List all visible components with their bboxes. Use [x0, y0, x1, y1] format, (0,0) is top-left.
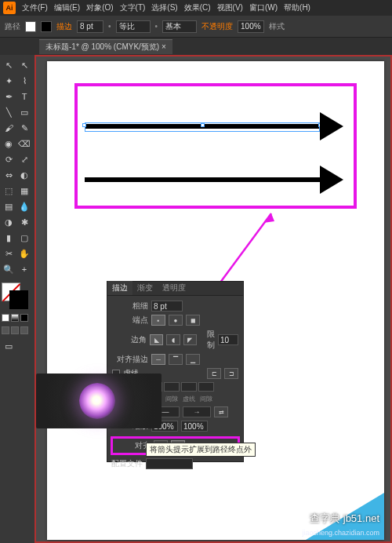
shape-builder-tool[interactable]: ⬚ [2, 184, 16, 198]
cap-label: 端点 [112, 315, 148, 326]
blend-tool[interactable]: ✱ [17, 215, 31, 229]
direct-select-tool[interactable]: ↖ [17, 58, 31, 72]
path-label: 路径 [5, 21, 20, 32]
selection-tool[interactable]: ↖ [2, 58, 16, 72]
dash-hdr-6: 间隙 [198, 395, 214, 403]
fill-stroke-swatches[interactable] [2, 282, 30, 311]
brush-tool[interactable]: 🖌 [2, 121, 16, 135]
variable-width-select[interactable] [116, 20, 151, 33]
menu-select[interactable]: 选择(S) [151, 2, 177, 13]
weight-input[interactable] [151, 301, 183, 312]
free-transform-tool[interactable]: ◐ [17, 168, 31, 182]
column-graph-tool[interactable]: ▢ [17, 231, 31, 245]
miter-limit-input[interactable] [218, 334, 238, 345]
pencil-tool[interactable]: ✎ [17, 121, 31, 135]
rotate-tool[interactable]: ⟳ [2, 152, 16, 166]
eyedropper-tool[interactable]: ◑ [2, 215, 16, 229]
brush-def-select[interactable] [162, 20, 197, 33]
close-tab-icon[interactable]: × [162, 42, 166, 51]
menu-help[interactable]: 帮助(H) [284, 2, 310, 13]
watermark: 查字典 jb51.net jiaocheng.chazidian.com [267, 485, 384, 540]
corner-bevel-button[interactable]: ◤ [183, 334, 197, 345]
align-stroke-outside-button[interactable]: ▁ [186, 354, 200, 365]
menu-edit[interactable]: 编辑(E) [54, 2, 80, 13]
gradient-tool[interactable]: 💧 [17, 199, 31, 213]
type-tool[interactable]: T [17, 89, 31, 104]
arrow-scale-end-input[interactable] [181, 421, 208, 432]
rectangle-tool[interactable]: ▭ [17, 105, 31, 119]
canvas-area[interactable]: 查字典 jb51.net jiaocheng.chazidian.com 描边 … [34, 55, 392, 543]
stroke-swatch-button[interactable] [41, 21, 52, 32]
color-mode-fill[interactable] [2, 314, 9, 322]
cap-round-button[interactable]: ● [169, 315, 183, 326]
symbol-sprayer-tool[interactable]: ▮ [2, 231, 16, 245]
corner-round-button[interactable]: ◖ [166, 334, 180, 345]
screen-mode-button[interactable]: ▭ [2, 339, 16, 353]
gap-input-3[interactable] [198, 382, 214, 392]
artwork-arrow-selected[interactable] [85, 124, 320, 129]
mesh-tool[interactable]: ▤ [2, 199, 16, 213]
tab-gradient[interactable]: 渐变 [132, 281, 158, 295]
artboard-tool[interactable]: ✂ [2, 246, 16, 261]
stroke-weight-input[interactable] [77, 20, 103, 33]
align-stroke-inside-button[interactable]: ▔ [169, 354, 183, 365]
tab-stroke[interactable]: 描边 [107, 281, 132, 295]
tool-panel: ↖↖ ✦⌇ ✒T ╲▭ 🖌✎ ◉⌫ ⟳⤢ ⇔◐ ⬚▦ ▤💧 ◑✱ ▮▢ ✂✋ 🔍… [0, 55, 34, 543]
arrow-end-select[interactable]: → [183, 406, 211, 417]
dash-align-button[interactable]: ⊐ [224, 368, 238, 379]
eraser-tool[interactable]: ⌫ [17, 137, 31, 151]
dash-input-3[interactable] [181, 382, 197, 392]
hand-tool[interactable]: 🔍 [2, 262, 16, 276]
menu-view[interactable]: 视图(V) [217, 2, 243, 13]
align-stroke-label: 对齐描边 [112, 354, 148, 365]
stroke-panel: 描边 渐变 透明度 粗细 端点 ▪ ● ◼ [107, 281, 244, 462]
tooltip: 将箭头提示扩展到路径终点外 [146, 443, 256, 457]
scale-tool[interactable]: ⤢ [17, 152, 31, 166]
profile-label: 配置文件 [111, 458, 143, 469]
align-stroke-center-button[interactable]: ─ [151, 354, 165, 365]
perspective-tool[interactable]: ▦ [17, 184, 31, 198]
fill-swatch-button[interactable] [25, 21, 36, 32]
cap-projecting-button[interactable]: ◼ [186, 315, 200, 326]
blob-brush-tool[interactable]: ◉ [2, 137, 16, 151]
zoom-tool[interactable]: + [17, 262, 31, 276]
tab-transparency[interactable]: 透明度 [158, 281, 191, 295]
profile-select[interactable] [146, 458, 193, 469]
width-tool[interactable]: ⇔ [2, 168, 16, 182]
workspace: ↖↖ ✦⌇ ✒T ╲▭ 🖌✎ ◉⌫ ⟳⤢ ⇔◐ ⬚▦ ▤💧 ◑✱ ▮▢ ✂✋ 🔍… [0, 55, 392, 543]
menu-effect[interactable]: 效果(C) [184, 2, 211, 13]
menu-file[interactable]: 文件(F) [22, 2, 48, 13]
menu-object[interactable]: 对象(O) [86, 2, 113, 13]
draw-mode-normal[interactable] [2, 326, 9, 334]
menu-window[interactable]: 窗口(W) [249, 2, 278, 13]
line-tool[interactable]: ╲ [2, 105, 16, 119]
dash-preserve-button[interactable]: ⊏ [207, 368, 221, 379]
draw-mode-behind[interactable] [11, 326, 19, 334]
selection-handle[interactable] [82, 123, 86, 127]
artwork-arrow[interactable] [85, 177, 320, 182]
artwork-arrowhead[interactable] [320, 166, 343, 194]
lasso-tool[interactable]: ⌇ [17, 74, 31, 88]
menu-type[interactable]: 文字(T) [120, 2, 146, 13]
stroke-color-icon[interactable] [9, 290, 28, 309]
swap-arrows-button[interactable]: ⇄ [214, 406, 228, 417]
cap-butt-button[interactable]: ▪ [151, 315, 165, 326]
magic-wand-tool[interactable]: ✦ [2, 74, 16, 88]
stroke-label: 描边 [56, 21, 72, 32]
control-bar: 路径 描边 • • 不透明度 样式 [0, 16, 392, 38]
corner-label: 边角 [112, 334, 147, 345]
color-mode-gradient[interactable] [11, 314, 19, 322]
draw-mode-inside[interactable] [20, 326, 28, 334]
selection-handle[interactable] [201, 123, 205, 127]
opacity-input[interactable] [238, 20, 264, 33]
decorative-orb-overlay [36, 374, 162, 428]
slice-tool[interactable]: ✋ [17, 246, 31, 261]
color-mode-none[interactable] [20, 314, 28, 322]
annotation-highlight-box [74, 83, 357, 209]
corner-miter-button[interactable]: ◣ [150, 334, 163, 345]
artwork-arrowhead-selected[interactable] [320, 112, 343, 140]
pen-tool[interactable]: ✒ [2, 89, 16, 104]
document-tab[interactable]: 未标题-1* @ 100% (CMYK/预览) × [39, 39, 172, 54]
document-tab-title: 未标题-1* @ 100% (CMYK/预览) [45, 42, 159, 51]
gap-input-2[interactable] [164, 382, 180, 392]
